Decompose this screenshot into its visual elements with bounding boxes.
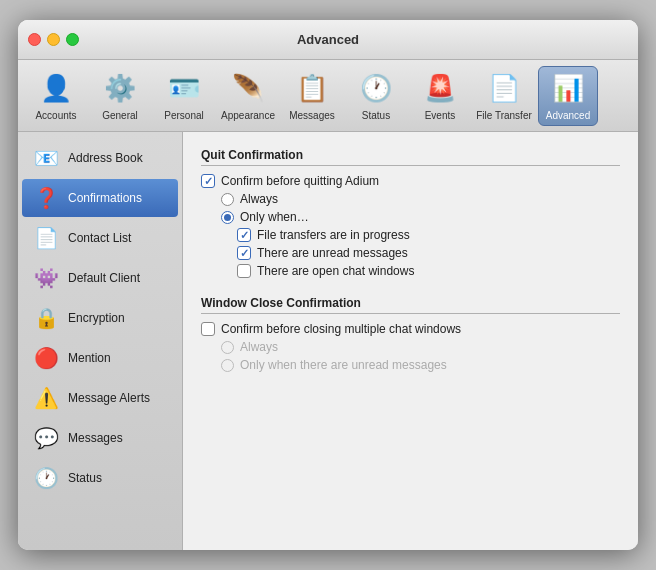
window-close-radio-always-label: Always xyxy=(240,340,278,354)
status-icon: 🕐 xyxy=(358,71,394,107)
traffic-lights xyxy=(28,33,79,46)
events-icon: 🚨 xyxy=(422,71,458,107)
advanced-icon: 📊 xyxy=(550,71,586,107)
sidebar-item-contact-list[interactable]: 📄 Contact List xyxy=(22,219,178,257)
toolbar-label-appearance: Appearance xyxy=(221,110,275,121)
toolbar-item-filetransfer[interactable]: 📄 File Transfer xyxy=(474,67,534,125)
sidebar-label-confirmations: Confirmations xyxy=(68,191,142,205)
toolbar: 👤 Accounts ⚙️ General 🪪 Personal 🪶 Appea… xyxy=(18,60,638,132)
toolbar-label-accounts: Accounts xyxy=(35,110,76,121)
sidebar: 📧 Address Book ❓ Confirmations 📄 Contact… xyxy=(18,132,183,550)
quit-radio-always-label: Always xyxy=(240,192,278,206)
main-window: Advanced 👤 Accounts ⚙️ General 🪪 Persona… xyxy=(18,20,638,550)
window-close-radio-only-when[interactable] xyxy=(221,359,234,372)
toolbar-label-status: Status xyxy=(362,110,390,121)
quit-open-chat-checkbox[interactable] xyxy=(237,264,251,278)
accounts-icon: 👤 xyxy=(38,71,74,107)
sidebar-item-status[interactable]: 🕐 Status xyxy=(22,459,178,497)
toolbar-item-messages[interactable]: 📋 Messages xyxy=(282,67,342,125)
toolbar-label-personal: Personal xyxy=(164,110,203,121)
sidebar-item-mention[interactable]: 🔴 Mention xyxy=(22,339,178,377)
sidebar-label-default-client: Default Client xyxy=(68,271,140,285)
quit-unread-messages-checkbox[interactable] xyxy=(237,246,251,260)
sidebar-label-status: Status xyxy=(68,471,102,485)
window-close-radio-only-when-row: Only when there are unread messages xyxy=(221,358,620,372)
toolbar-item-general[interactable]: ⚙️ General xyxy=(90,67,150,125)
quit-radio-only-when[interactable] xyxy=(221,211,234,224)
window-close-radio-only-when-label: Only when there are unread messages xyxy=(240,358,447,372)
quit-file-transfers-label: File transfers are in progress xyxy=(257,228,410,242)
sidebar-label-mention: Mention xyxy=(68,351,111,365)
messages-icon: 📋 xyxy=(294,71,330,107)
quit-confirmation-title: Quit Confirmation xyxy=(201,148,620,166)
sidebar-item-encryption[interactable]: 🔒 Encryption xyxy=(22,299,178,337)
quit-file-transfers-checkbox[interactable] xyxy=(237,228,251,242)
default-client-icon: 👾 xyxy=(32,264,60,292)
sidebar-item-message-alerts[interactable]: ⚠️ Message Alerts xyxy=(22,379,178,417)
messages-sidebar-icon: 💬 xyxy=(32,424,60,452)
sidebar-label-encryption: Encryption xyxy=(68,311,125,325)
toolbar-item-events[interactable]: 🚨 Events xyxy=(410,67,470,125)
filetransfer-icon: 📄 xyxy=(486,71,522,107)
address-book-icon: 📧 xyxy=(32,144,60,172)
toolbar-label-advanced: Advanced xyxy=(546,110,590,121)
quit-unread-messages-label: There are unread messages xyxy=(257,246,408,260)
general-icon: ⚙️ xyxy=(102,71,138,107)
quit-main-label: Confirm before quitting Adium xyxy=(221,174,379,188)
titlebar: Advanced xyxy=(18,20,638,60)
quit-file-transfers-row: File transfers are in progress xyxy=(237,228,620,242)
toolbar-item-accounts[interactable]: 👤 Accounts xyxy=(26,67,86,125)
toolbar-item-advanced[interactable]: 📊 Advanced xyxy=(538,66,598,126)
contact-list-icon: 📄 xyxy=(32,224,60,252)
quit-main-checkbox[interactable] xyxy=(201,174,215,188)
confirmations-icon: ❓ xyxy=(32,184,60,212)
window-close-radio-always-row: Always xyxy=(221,340,620,354)
sidebar-item-default-client[interactable]: 👾 Default Client xyxy=(22,259,178,297)
sidebar-item-address-book[interactable]: 📧 Address Book xyxy=(22,139,178,177)
window-close-radio-always[interactable] xyxy=(221,341,234,354)
quit-radio-only-when-label: Only when… xyxy=(240,210,309,224)
quit-radio-always[interactable] xyxy=(221,193,234,206)
sidebar-label-messages: Messages xyxy=(68,431,123,445)
toolbar-label-events: Events xyxy=(425,110,456,121)
toolbar-label-messages: Messages xyxy=(289,110,335,121)
status-sidebar-icon: 🕐 xyxy=(32,464,60,492)
window-title: Advanced xyxy=(297,32,359,47)
quit-open-chat-row: There are open chat windows xyxy=(237,264,620,278)
toolbar-item-appearance[interactable]: 🪶 Appearance xyxy=(218,67,278,125)
toolbar-label-general: General xyxy=(102,110,138,121)
quit-open-chat-label: There are open chat windows xyxy=(257,264,414,278)
quit-radio-always-row: Always xyxy=(221,192,620,206)
window-close-title: Window Close Confirmation xyxy=(201,296,620,314)
window-close-main-checkbox[interactable] xyxy=(201,322,215,336)
content-panel: Quit Confirmation Confirm before quittin… xyxy=(183,132,638,550)
personal-icon: 🪪 xyxy=(166,71,202,107)
main-content: 📧 Address Book ❓ Confirmations 📄 Contact… xyxy=(18,132,638,550)
window-close-main-label: Confirm before closing multiple chat win… xyxy=(221,322,461,336)
mention-icon: 🔴 xyxy=(32,344,60,372)
quit-unread-messages-row: There are unread messages xyxy=(237,246,620,260)
appearance-icon: 🪶 xyxy=(230,71,266,107)
toolbar-item-personal[interactable]: 🪪 Personal xyxy=(154,67,214,125)
window-close-main-checkbox-row: Confirm before closing multiple chat win… xyxy=(201,322,620,336)
quit-main-checkbox-row: Confirm before quitting Adium xyxy=(201,174,620,188)
toolbar-label-filetransfer: File Transfer xyxy=(476,110,532,121)
encryption-icon: 🔒 xyxy=(32,304,60,332)
sidebar-item-confirmations[interactable]: ❓ Confirmations xyxy=(22,179,178,217)
message-alerts-icon: ⚠️ xyxy=(32,384,60,412)
quit-radio-only-when-row: Only when… xyxy=(221,210,620,224)
sidebar-label-message-alerts: Message Alerts xyxy=(68,391,150,405)
sidebar-item-messages[interactable]: 💬 Messages xyxy=(22,419,178,457)
toolbar-item-status[interactable]: 🕐 Status xyxy=(346,67,406,125)
minimize-button[interactable] xyxy=(47,33,60,46)
close-button[interactable] xyxy=(28,33,41,46)
sidebar-label-contact-list: Contact List xyxy=(68,231,131,245)
sidebar-label-address-book: Address Book xyxy=(68,151,143,165)
maximize-button[interactable] xyxy=(66,33,79,46)
